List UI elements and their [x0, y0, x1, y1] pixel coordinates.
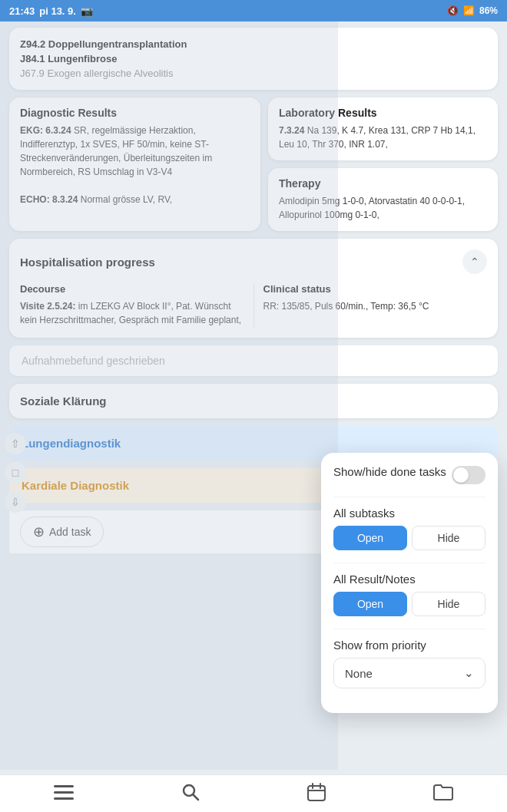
diagnosis-card: Z94.2 Doppellungentransplantation J84.1 …	[9, 28, 498, 90]
all-result-notes-label: All Result/Notes	[333, 573, 485, 586]
therapy-card: Therapy Amlodipin 5mg 1-0-0, Atorvastati…	[268, 168, 498, 231]
all-result-notes-btn-group: Open Hide	[333, 592, 485, 616]
chevron-down-icon: ⌄	[464, 666, 474, 680]
nav-search-button[interactable]	[181, 783, 200, 801]
clinical-status-label: Clinical status	[263, 283, 488, 295]
lab-date: 7.3.24	[279, 125, 304, 136]
divider-1	[333, 497, 485, 497]
diagnosis-code-2: J84.1	[20, 53, 48, 64]
list-icon	[54, 784, 74, 800]
diagnostic-results-content: EKG: 6.3.24 SR, regelmässige Herzaktion,…	[20, 124, 250, 206]
diagnosis-item-2[interactable]: J84.1 Lungenfibrose	[20, 51, 487, 66]
show-from-priority-label: Show from priority	[333, 639, 485, 652]
side-nav: ⇧ □ ⇩	[0, 430, 31, 516]
therapy-content: Amlodipin 5mg 1-0-0, Atorvastatin 40 0-0…	[279, 194, 487, 222]
lab-text: Na 139, K 4.7, Krea 131, CRP 7 Hb 14,1, …	[279, 125, 476, 150]
status-right: 🔇 📶 86%	[447, 5, 498, 16]
nav-list-button[interactable]	[54, 784, 74, 800]
nav-up-button[interactable]: ⇧	[5, 433, 26, 454]
nav-folder-button[interactable]	[433, 784, 453, 800]
status-time: 21:43	[9, 5, 35, 17]
show-hide-done-label: Show/hide done tasks	[333, 465, 446, 478]
nav-calendar-button[interactable]	[307, 783, 326, 801]
priority-selected-value: None	[345, 667, 373, 680]
echo-text: Normal grösse LV, RV,	[81, 194, 172, 205]
echo-date: 8.3.24	[52, 194, 78, 205]
nav-square-button[interactable]: □	[5, 462, 26, 484]
subtasks-open-label: Open	[357, 532, 383, 544]
status-bar: 21:43 pi 13. 9. 📷 🔇 📶 86%	[0, 0, 507, 21]
result-notes-hide-button[interactable]: Hide	[412, 592, 485, 616]
subtasks-hide-label: Hide	[438, 532, 460, 544]
nav-down-button[interactable]: ⇩	[5, 491, 26, 513]
result-notes-open-label: Open	[357, 598, 383, 610]
diagnosis-label-1: Doppellungentransplantation	[48, 38, 187, 50]
task-label-orange: Kardiale Diagnostik	[22, 479, 129, 492]
add-task-button[interactable]: ⊕ Add task	[20, 517, 104, 547]
all-result-notes-row: All Result/Notes Open Hide	[333, 573, 485, 616]
add-task-plus-icon: ⊕	[33, 523, 45, 540]
decourse-date: Visite 2.5.24:	[20, 301, 76, 312]
divider-2	[333, 563, 485, 563]
soziale-title: Soziale Klärung	[20, 394, 487, 408]
hosp-body: Decourse Visite 2.5.24: im LZEKG AV Bloc…	[20, 283, 487, 327]
divider-3	[333, 629, 485, 629]
status-device: pi 13. 9.	[39, 5, 76, 17]
all-subtasks-row: All subtasks Open Hide	[333, 507, 485, 550]
show-from-priority-row: Show from priority None ⌄	[333, 639, 485, 688]
toggle-thumb	[453, 467, 469, 483]
lab-title: Laboratory Results	[279, 107, 487, 119]
hosp-collapse-button[interactable]: ⌃	[462, 249, 487, 274]
lab-content: 7.3.24 Na 139, K 4.7, Krea 131, CRP 7 Hb…	[279, 124, 487, 151]
bottom-nav	[0, 774, 507, 812]
therapy-title: Therapy	[279, 177, 487, 190]
text-field-row[interactable]: Aufnahmebefund geschrieben	[9, 345, 498, 376]
all-subtasks-label: All subtasks	[333, 507, 485, 520]
calendar-icon	[307, 783, 326, 801]
diagnosis-label-3: Exogen allergische Alveolitis	[47, 68, 173, 79]
folder-icon	[433, 784, 453, 800]
decourse-col: Decourse Visite 2.5.24: im LZEKG AV Bloc…	[20, 283, 254, 327]
show-hide-done-row: Show/hide done tasks	[333, 465, 485, 484]
priority-dropdown[interactable]: None ⌄	[333, 658, 485, 688]
status-wifi-icon: 📶	[463, 5, 475, 16]
hosp-header: Hospitalisation progress ⌃	[20, 249, 487, 274]
hosp-title: Hospitalisation progress	[20, 256, 155, 269]
lab-therapy-col: Laboratory Results 7.3.24 Na 139, K 4.7,…	[268, 97, 498, 231]
all-subtasks-btn-group: Open Hide	[333, 526, 485, 550]
diagnosis-code-1: Z94.2	[20, 38, 48, 50]
ekg-date: 6.3.24	[45, 125, 71, 136]
svg-rect-5	[308, 786, 325, 800]
svg-rect-1	[54, 791, 74, 794]
subtasks-open-button[interactable]: Open	[333, 526, 407, 550]
subtasks-hide-button[interactable]: Hide	[412, 526, 485, 550]
diagnosis-item-1[interactable]: Z94.2 Doppellungentransplantation	[20, 37, 487, 51]
decourse-label: Decourse	[20, 283, 244, 295]
result-notes-hide-label: Hide	[438, 598, 460, 610]
clinical-status-col: Clinical status RR: 135/85, Puls 60/min.…	[254, 283, 488, 327]
ekg-label: EKG:	[20, 125, 45, 136]
svg-rect-2	[54, 797, 74, 800]
clinical-status-content: RR: 135/85, Puls 60/min., Temp: 36,5 °C	[263, 299, 488, 313]
diagnostic-results-title: Diagnostic Results	[20, 107, 250, 119]
search-icon	[181, 783, 200, 801]
hospitalisation-card: Hospitalisation progress ⌃ Decourse Visi…	[9, 239, 498, 338]
status-camera-icon: 📷	[81, 5, 93, 17]
text-field-placeholder: Aufnahmebefund geschrieben	[22, 355, 165, 367]
laboratory-results-card: Laboratory Results 7.3.24 Na 139, K 4.7,…	[268, 97, 498, 160]
status-left: 21:43 pi 13. 9. 📷	[9, 5, 93, 17]
decourse-content: Visite 2.5.24: im LZEKG AV Block II°, Pa…	[20, 299, 244, 327]
results-row: Diagnostic Results EKG: 6.3.24 SR, regel…	[9, 97, 498, 231]
result-notes-open-button[interactable]: Open	[333, 592, 407, 616]
diagnosis-item-3[interactable]: J67.9 Exogen allergische Alveolitis	[20, 66, 487, 81]
soziale-card: Soziale Klärung	[9, 384, 498, 418]
svg-rect-0	[54, 785, 74, 787]
status-mute-icon: 🔇	[447, 5, 459, 16]
status-battery: 86%	[479, 5, 498, 16]
task-label-blue: Lungendiagnostik	[22, 437, 121, 450]
diagnostic-results-card: Diagnostic Results EKG: 6.3.24 SR, regel…	[9, 97, 260, 231]
diagnosis-label-2: Lungenfibrose	[48, 53, 117, 64]
filter-popup: Show/hide done tasks All subtasks Open H…	[321, 453, 498, 713]
show-hide-done-toggle[interactable]	[452, 466, 485, 484]
svg-line-4	[194, 795, 199, 800]
